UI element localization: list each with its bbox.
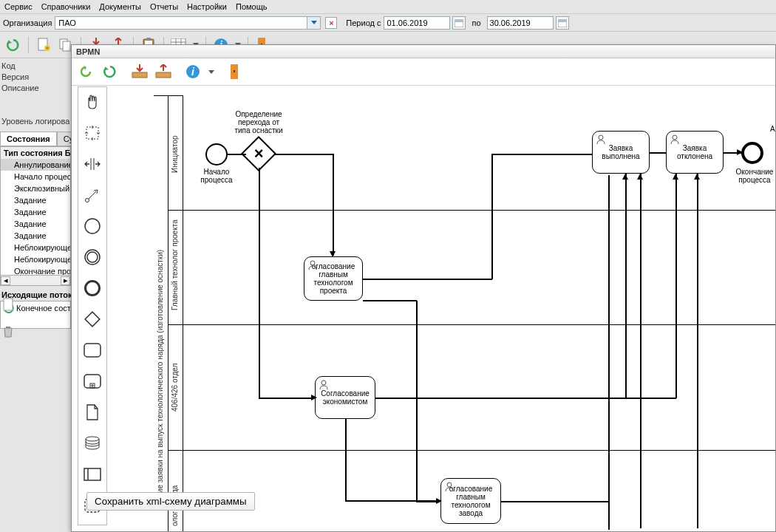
left-kod: Код [1,61,69,72]
data-object-icon[interactable] [82,402,103,423]
task-tech-proj[interactable]: огласование главным технологом проекта [304,256,363,301]
space-tool-icon[interactable] [82,154,103,174]
to-label: по [472,18,480,27]
scroll-right-icon[interactable]: ▸ [61,276,70,285]
gateway-label: Определение перехода от типа оснастки [225,110,292,134]
start-label: Начало процесса [187,168,246,184]
ann-label: Ан [767,125,775,133]
undo-icon[interactable] [78,63,95,81]
new-doc-icon[interactable] [35,36,52,54]
start-event-icon[interactable] [82,216,103,236]
end-event-icon[interactable] [82,278,103,299]
info2-dd-icon[interactable] [208,63,215,81]
tree-row[interactable]: Эксклюзивный шл [1,183,70,194]
refresh-icon[interactable] [4,36,22,54]
connect-tool-icon[interactable] [82,185,103,205]
org-dropdown[interactable] [307,17,320,29]
menu-help[interactable]: Помощь [236,2,268,11]
org-combo[interactable] [55,16,321,30]
svg-point-46 [310,261,315,265]
gateway-icon[interactable] [82,309,103,330]
user-icon [670,134,680,145]
svg-rect-3 [558,20,567,22]
lasso-tool-icon[interactable] [82,123,103,143]
user-icon [319,380,329,390]
tree-row[interactable]: Задание [1,194,70,206]
tree-row[interactable]: Неблокирующее з [1,253,70,265]
tree-row[interactable]: Задание [1,206,70,218]
left-desc: Описание [1,83,69,94]
svg-point-42 [86,437,99,441]
info2-icon[interactable]: i [184,63,202,81]
tab-states[interactable]: Состояния [0,132,57,146]
user-icon [596,134,606,145]
org-clear[interactable]: × [325,17,337,29]
left-tabs: Состояния Субъ [0,132,71,146]
menu-docs[interactable]: Документы [99,2,141,11]
bpmn-title: BPMN [72,45,775,58]
svg-point-34 [85,219,100,233]
menu-ref[interactable]: Справочники [41,2,91,11]
lane-label-3: 406/426 отдел [171,354,184,420]
tree-row[interactable]: Начало процесса [1,171,70,183]
end-event[interactable] [741,142,763,164]
pool-label: ование заявки на выпуск технологического… [156,214,164,509]
org-label: Организация [3,18,52,27]
task-icon[interactable] [82,340,103,361]
date-to-cal[interactable] [556,16,569,30]
svg-rect-29 [234,70,235,72]
subprocess-icon[interactable] [82,371,103,392]
svg-point-50 [673,135,677,140]
org-input[interactable] [55,17,307,29]
task-reject[interactable]: Заявка отклонена [666,131,724,174]
hand-tool-icon[interactable] [82,92,103,112]
data-store-icon[interactable] [82,433,103,454]
tree-row[interactable]: Неблокирующее з [1,242,70,253]
tree-row[interactable]: Задание [1,230,70,242]
import2-icon[interactable] [131,63,149,81]
svg-point-36 [87,252,98,262]
export2-icon[interactable] [154,63,172,81]
end-label: Окончание процесса [732,168,775,184]
task-economist[interactable]: Согласование экономистом [315,376,375,419]
tree-row[interactable]: Окончание проце [1,265,70,276]
svg-point-37 [86,282,100,296]
task-done[interactable]: Заявка выполнена [592,131,650,174]
scroll-left-icon[interactable]: ◂ [1,276,10,285]
menu-service[interactable]: Сервис [4,2,33,11]
task-tech-plant[interactable]: огласование главным технологом завода [440,478,501,524]
state-tree[interactable]: Тип состояния БП Аннулирование пр Начало… [0,146,71,276]
exit2-icon[interactable] [227,63,245,81]
trash-icon[interactable] [3,326,15,338]
date-from[interactable]: 01.06.2019 [384,16,450,30]
tree-row[interactable]: Аннулирование пр [1,159,70,171]
bpmn-palette [78,86,107,525]
filter-bar: Организация × Период с 01.06.2019 по 30.… [0,14,776,32]
start-event[interactable] [205,143,228,166]
svg-rect-24 [132,72,147,78]
svg-point-48 [447,482,452,487]
svg-rect-38 [85,312,100,327]
page-icon[interactable] [3,298,15,311]
tree-hscroll[interactable]: ◂ ▸ [0,276,71,286]
save-xml-button[interactable]: Сохранить xml-схему диаграммы [86,492,255,511]
date-from-cal[interactable] [452,16,466,30]
svg-rect-12 [146,38,151,41]
svg-point-49 [599,135,603,140]
tree-row[interactable]: Задание [1,218,70,230]
intermediate-event-icon[interactable] [82,247,103,267]
pool-icon[interactable] [82,464,103,485]
left-panel: Код Версия Описание Уровень логирования … [0,58,71,532]
svg-point-33 [86,199,89,202]
bpmn-canvas[interactable]: ование заявки на выпуск технологического… [113,81,775,531]
user-icon [307,260,318,270]
user-icon [444,482,455,492]
menu-bar: Сервис Справочники Документы Отчеты Наст… [0,0,776,14]
period-label: Период с [346,18,381,27]
menu-settings[interactable]: Настройки [187,2,227,11]
svg-rect-1 [455,20,463,22]
menu-reports[interactable]: Отчеты [150,2,178,11]
date-to[interactable]: 30.06.2019 [487,16,554,30]
svg-rect-22 [4,299,13,310]
refresh2-icon[interactable] [101,63,119,81]
